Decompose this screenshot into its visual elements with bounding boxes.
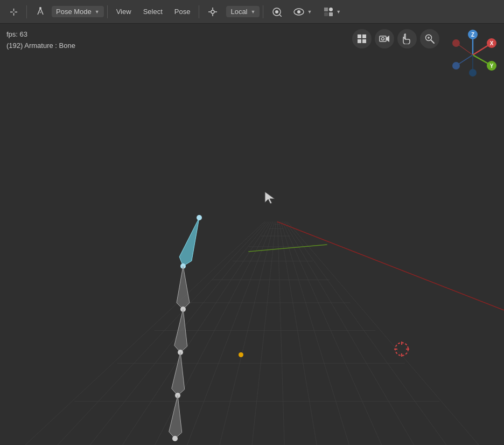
svg-line-35 — [458, 55, 473, 65]
svg-rect-15 — [329, 8, 333, 11]
separator-3 — [199, 5, 199, 18]
svg-line-26 — [431, 40, 434, 43]
menu-select[interactable]: Select — [138, 5, 168, 18]
menu-bar: ⊹ Pose Mode ▼ View Select Pose — [0, 0, 504, 24]
svg-point-24 — [382, 38, 384, 40]
svg-rect-19 — [362, 34, 366, 38]
svg-point-40 — [469, 69, 477, 77]
origin-dot — [239, 352, 243, 357]
grid-view-btn[interactable] — [352, 29, 372, 48]
local-mode-selector[interactable]: Local ▼ — [226, 6, 260, 17]
pose-mode-label: Pose Mode — [56, 8, 92, 16]
3d-cursor — [393, 340, 410, 360]
svg-rect-18 — [358, 34, 361, 38]
svg-point-3 — [40, 11, 41, 13]
viewport-toolbar — [352, 29, 439, 48]
svg-point-13 — [297, 10, 300, 13]
svg-rect-16 — [324, 12, 328, 16]
axis-gizmo[interactable]: Z X Y — [446, 28, 500, 82]
pivot-icon[interactable] — [202, 5, 223, 19]
svg-rect-22 — [380, 36, 386, 41]
svg-rect-20 — [358, 39, 361, 43]
menu-view[interactable]: View — [111, 5, 137, 18]
svg-rect-17 — [329, 12, 333, 16]
object-icon-btn[interactable]: ⊹ — [4, 4, 23, 20]
svg-point-36 — [452, 62, 460, 69]
svg-line-33 — [473, 55, 490, 65]
fps-display: fps: 63 — [6, 29, 75, 40]
svg-line-31 — [473, 44, 490, 55]
x-axis-label: X — [490, 40, 494, 46]
svg-point-2 — [39, 7, 41, 9]
svg-marker-23 — [386, 36, 389, 42]
object-info: (192) Armature : Bone — [6, 40, 75, 52]
pose-mode-icon[interactable] — [30, 5, 51, 19]
pan-view-btn[interactable] — [397, 29, 417, 48]
svg-point-38 — [452, 39, 460, 47]
camera-view-btn[interactable] — [375, 29, 394, 48]
separator-4 — [263, 5, 263, 18]
pose-mode-dropdown-arrow: ▼ — [95, 9, 100, 15]
overlay-icon[interactable]: ▼ — [288, 6, 317, 18]
menu-pose[interactable]: Pose — [169, 5, 196, 18]
proportional-icon[interactable] — [267, 5, 287, 19]
viewport-3d[interactable]: fps: 63 (192) Armature : Bone — [0, 24, 504, 445]
svg-line-11 — [279, 15, 282, 17]
separator-1 — [26, 5, 27, 18]
pose-mode-selector[interactable]: Pose Mode ▼ — [52, 6, 104, 17]
local-mode-label: Local — [230, 8, 247, 16]
svg-point-4 — [211, 10, 214, 13]
z-axis-label: Z — [471, 32, 474, 38]
svg-line-37 — [458, 44, 473, 55]
grid-canvas — [0, 24, 504, 445]
separator-2 — [107, 5, 108, 18]
shading-dropdown-arrow: ▼ — [336, 9, 341, 15]
local-dropdown-arrow: ▼ — [251, 9, 256, 15]
svg-rect-14 — [324, 8, 328, 11]
svg-rect-21 — [362, 39, 366, 43]
overlay-dropdown-arrow: ▼ — [307, 9, 312, 15]
svg-point-10 — [275, 10, 278, 13]
shading-icon[interactable]: ▼ — [318, 5, 346, 19]
hud-overlay: fps: 63 (192) Armature : Bone — [6, 29, 75, 52]
zoom-view-btn[interactable] — [420, 29, 439, 48]
y-axis-label: Y — [490, 63, 494, 69]
